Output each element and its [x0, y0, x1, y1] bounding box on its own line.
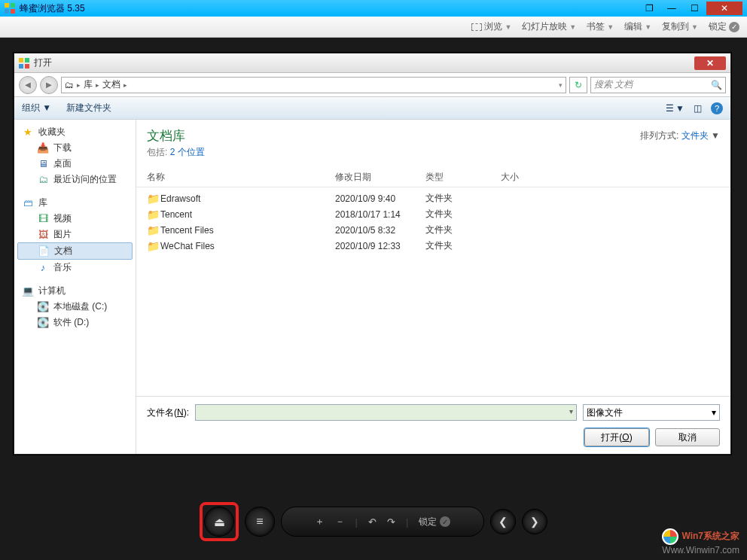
- nav-forward-button[interactable]: ►: [40, 76, 58, 94]
- nav-tree: ★收藏夹 📥下载 🖥桌面 🗂最近访问的位置 🗃库 🎞视频 🖼图片 📄文档 ♪音乐…: [14, 120, 136, 454]
- app-titlebar: 蜂蜜浏览器 5.35 ❐ — ☐ ✕: [0, 0, 747, 17]
- folder-icon: 📁: [147, 224, 160, 236]
- col-name[interactable]: 名称: [147, 171, 335, 184]
- recent-icon: 🗂: [37, 174, 49, 186]
- dialog-footer: 文件名(N): ▾ 图像文件▾ 打开(O) 取消: [136, 396, 730, 454]
- dialog-logo-icon: [19, 58, 29, 68]
- menu-edit[interactable]: 编辑▼: [624, 20, 651, 33]
- dialog-titlebar: 打开 ✕: [14, 53, 730, 73]
- menu-slideshow[interactable]: 幻灯片放映▼: [522, 20, 576, 33]
- table-row[interactable]: 📁WeChat Files2020/10/9 12:33文件夹: [147, 238, 720, 254]
- breadcrumb-lib-icon: 🗂: [65, 80, 74, 90]
- zoom-in-button[interactable]: ＋: [315, 515, 325, 528]
- documents-icon: 📄: [38, 245, 50, 257]
- table-row[interactable]: 📁Tencent2018/10/17 1:14文件夹: [147, 206, 720, 222]
- undo-button[interactable]: ↶: [368, 516, 377, 528]
- folder-icon: 📁: [147, 193, 160, 205]
- tree-recent[interactable]: 🗂最近访问的位置: [14, 172, 136, 187]
- pictures-icon: 🖼: [37, 229, 49, 241]
- tree-music[interactable]: ♪音乐: [14, 260, 136, 275]
- tree-computer[interactable]: 💻计算机: [14, 283, 136, 299]
- filename-input[interactable]: ▾: [195, 404, 577, 421]
- svg-rect-5: [25, 58, 29, 62]
- prev-button[interactable]: ❮: [490, 509, 516, 534]
- lock-toggle[interactable]: 锁定✓: [419, 516, 450, 528]
- drive-icon: 💽: [37, 301, 49, 313]
- col-type[interactable]: 类型: [425, 171, 501, 184]
- refresh-button[interactable]: ↻: [569, 77, 587, 93]
- library-title: 文档库: [147, 127, 185, 145]
- file-rows: 📁Edrawsoft2020/10/9 9:40文件夹 📁Tencent2018…: [136, 187, 730, 257]
- open-dialog: 打开 ✕ ◄ ► 🗂 ▸ 库▸ 文档▸ ▾ ↻ 搜索 文档 🔍 组织 ▼ 新建文…: [14, 53, 731, 455]
- eject-button[interactable]: ⏏: [204, 507, 234, 537]
- chevron-down-icon[interactable]: ▾: [566, 405, 576, 418]
- video-icon: 🎞: [37, 213, 49, 225]
- help-icon[interactable]: ?: [711, 102, 723, 114]
- watermark: Win7系统之家 Www.Winwin7.com: [662, 528, 739, 555]
- table-row[interactable]: 📁Tencent Files2020/10/5 8:32文件夹: [147, 222, 720, 238]
- svg-rect-7: [25, 64, 29, 68]
- svg-rect-2: [5, 9, 9, 14]
- toolbar-preview-pane[interactable]: ◫: [694, 103, 702, 114]
- column-headers[interactable]: 名称 修改日期 类型 大小: [136, 168, 730, 187]
- computer-icon: 💻: [22, 285, 34, 297]
- drive-icon: 💽: [37, 317, 49, 329]
- folder-icon: 📁: [147, 240, 160, 252]
- table-row[interactable]: 📁Edrawsoft2020/10/9 9:40文件夹: [147, 190, 720, 206]
- app-logo-icon: [5, 3, 15, 14]
- tree-documents[interactable]: 📄文档: [17, 242, 133, 260]
- menu-bookmark[interactable]: 书签▼: [587, 20, 614, 33]
- menu-view[interactable]: 浏览▼: [471, 20, 511, 33]
- filename-label: 文件名(N):: [147, 406, 189, 419]
- tree-video[interactable]: 🎞视频: [14, 211, 136, 227]
- restore-small-icon[interactable]: ❐: [639, 2, 660, 15]
- search-input[interactable]: 搜索 文档 🔍: [590, 77, 726, 93]
- dialog-navrow: ◄ ► 🗂 ▸ 库▸ 文档▸ ▾ ↻ 搜索 文档 🔍: [14, 73, 730, 97]
- col-size[interactable]: 大小: [501, 171, 720, 184]
- maximize-button[interactable]: ☐: [684, 2, 705, 15]
- cancel-button[interactable]: 取消: [655, 428, 720, 446]
- tree-drive-c[interactable]: 💽本地磁盘 (C:): [14, 299, 136, 315]
- includes-link[interactable]: 2 个位置: [170, 147, 205, 157]
- library-includes: 包括: 2 个位置: [147, 146, 720, 159]
- svg-rect-0: [5, 3, 9, 8]
- breadcrumb-dropdown-icon[interactable]: ▾: [559, 81, 563, 89]
- toolbar-organize[interactable]: 组织 ▼: [22, 102, 51, 114]
- sort-by[interactable]: 排列方式: 文件夹 ▼: [640, 129, 720, 142]
- menu-copyto[interactable]: 复制到▼: [662, 20, 698, 33]
- menu-button[interactable]: ≡: [245, 507, 275, 537]
- music-icon: ♪: [37, 262, 49, 274]
- folder-icon: 📁: [147, 208, 160, 221]
- nav-back-button[interactable]: ◄: [19, 76, 37, 94]
- dialog-toolbar: 组织 ▼ 新建文件夹 ☰ ▼ ◫ ?: [14, 97, 730, 120]
- toolbar-newfolder[interactable]: 新建文件夹: [66, 102, 111, 114]
- next-button[interactable]: ❯: [522, 509, 547, 534]
- lock-check-icon: ✓: [440, 516, 450, 527]
- menu-lock[interactable]: 锁定✓: [709, 20, 739, 33]
- zoom-out-button[interactable]: －: [335, 515, 345, 528]
- breadcrumb[interactable]: 🗂 ▸ 库▸ 文档▸ ▾: [61, 77, 566, 93]
- open-button[interactable]: 打开(O): [584, 428, 649, 446]
- tree-favorites[interactable]: ★收藏夹: [14, 124, 136, 140]
- app-menubar: 浏览▼ 幻灯片放映▼ 书签▼ 编辑▼ 复制到▼ 锁定✓: [0, 17, 747, 38]
- desktop-icon: 🖥: [37, 158, 49, 170]
- search-icon: 🔍: [711, 80, 722, 90]
- dialog-close-button[interactable]: ✕: [694, 56, 726, 70]
- tree-drive-d[interactable]: 💽软件 (D:): [14, 315, 136, 330]
- tree-desktop[interactable]: 🖥桌面: [14, 156, 136, 172]
- tree-library[interactable]: 🗃库: [14, 195, 136, 211]
- tree-downloads[interactable]: 📥下载: [14, 140, 136, 156]
- close-button[interactable]: ✕: [706, 2, 742, 15]
- download-folder-icon: 📥: [37, 142, 49, 154]
- search-placeholder: 搜索 文档: [594, 78, 633, 91]
- minimize-button[interactable]: —: [661, 2, 682, 15]
- redo-button[interactable]: ↷: [387, 516, 395, 528]
- star-icon: ★: [22, 126, 34, 138]
- toolbar-viewmode[interactable]: ☰ ▼: [666, 103, 684, 114]
- tree-pictures[interactable]: 🖼图片: [14, 227, 136, 242]
- dialog-title: 打开: [34, 56, 52, 69]
- file-list-panel: 文档库 排列方式: 文件夹 ▼ 包括: 2 个位置 名称 修改日期 类型: [136, 120, 730, 454]
- col-date[interactable]: 修改日期: [335, 171, 425, 184]
- file-type-select[interactable]: 图像文件▾: [583, 404, 720, 421]
- watermark-logo-icon: [662, 528, 678, 545]
